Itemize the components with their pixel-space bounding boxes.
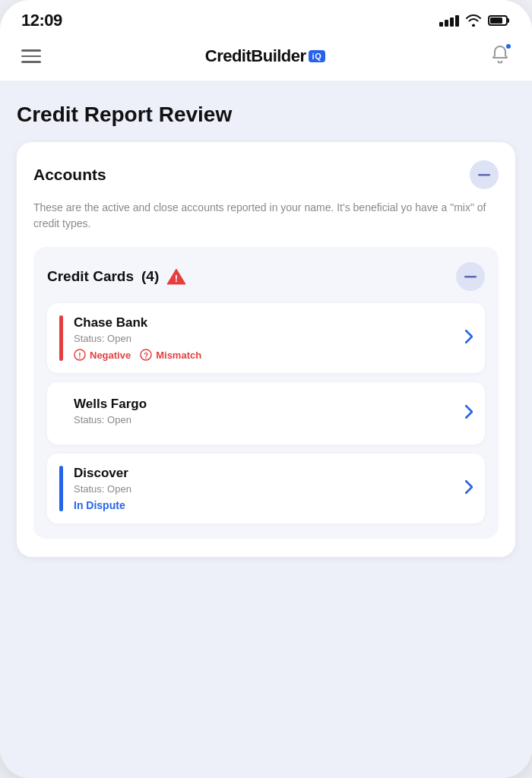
account-item-chase[interactable]: Chase Bank Status: Open ! Negative: [47, 303, 485, 373]
account-item-wells-fargo[interactable]: Wells Fargo Status: Open: [47, 382, 485, 444]
credit-cards-title: Credit Cards (4) !: [47, 267, 186, 286]
svg-rect-1: [507, 18, 509, 23]
accounts-collapse-button[interactable]: [470, 160, 499, 189]
exclamation-circle-icon: !: [74, 349, 86, 361]
wifi-icon: [465, 14, 482, 27]
account-status-discover: Status: Open: [74, 483, 454, 495]
account-status-chase: Status: Open: [74, 333, 454, 344]
svg-text:!: !: [78, 352, 81, 360]
hamburger-menu-button[interactable]: [21, 49, 41, 63]
signal-icon: [439, 15, 459, 27]
chevron-right-icon: [465, 405, 473, 422]
account-info-wells-fargo: Wells Fargo Status: Open: [74, 397, 454, 430]
minus-icon: [464, 275, 477, 278]
chevron-right-icon: [465, 480, 473, 497]
accent-bar-blue: [59, 466, 63, 511]
notification-bell-button[interactable]: [489, 44, 511, 68]
tag-mismatch: ? Mismatch: [140, 349, 201, 361]
status-time: 12:09: [21, 11, 62, 30]
main-content: Credit Report Review Accounts These are …: [0, 81, 532, 778]
accounts-card-title: Accounts: [33, 166, 106, 184]
svg-text:!: !: [175, 273, 178, 284]
account-item-discover[interactable]: Discover Status: Open In Dispute: [47, 454, 485, 523]
tag-dispute: In Dispute: [74, 499, 125, 511]
alert-icon: !: [166, 267, 186, 286]
account-tags-discover: In Dispute: [74, 499, 454, 511]
svg-rect-2: [490, 17, 502, 24]
accounts-card-description: These are the active and close accounts …: [33, 200, 499, 232]
chevron-right-icon: [465, 330, 473, 346]
page-title: Credit Report Review: [17, 103, 515, 127]
accent-bar-red: [59, 315, 63, 361]
account-info-chase: Chase Bank Status: Open ! Negative: [74, 315, 454, 361]
status-icons: [439, 14, 511, 27]
question-circle-icon: ?: [140, 349, 152, 361]
account-name-chase: Chase Bank: [74, 315, 454, 330]
notification-dot: [505, 43, 512, 50]
account-status-wells-fargo: Status: Open: [74, 414, 454, 425]
accounts-card: Accounts These are the active and close …: [17, 142, 515, 557]
credit-cards-header: Credit Cards (4) !: [47, 262, 485, 291]
tag-negative: ! Negative: [74, 349, 131, 361]
svg-text:?: ?: [144, 352, 148, 360]
accent-bar-none: [59, 394, 63, 432]
header-nav: CreditBuilder iQ: [0, 36, 532, 81]
accounts-card-header: Accounts: [33, 160, 499, 189]
account-tags-chase: ! Negative ? Mismatch: [74, 349, 454, 361]
credit-cards-section: Credit Cards (4) !: [33, 247, 499, 539]
account-name-discover: Discover: [74, 466, 454, 481]
logo-text-dark: CreditBuilder: [205, 46, 306, 66]
logo-iq: iQ: [309, 50, 326, 62]
battery-icon: [488, 14, 511, 27]
svg-rect-3: [478, 174, 490, 176]
minus-icon: [478, 173, 490, 176]
credit-cards-collapse-button[interactable]: [456, 262, 485, 291]
account-info-discover: Discover Status: Open In Dispute: [74, 466, 454, 511]
account-name-wells-fargo: Wells Fargo: [74, 397, 454, 412]
status-bar: 12:09: [0, 0, 532, 36]
logo: CreditBuilder iQ: [205, 46, 325, 66]
svg-rect-5: [464, 276, 477, 278]
